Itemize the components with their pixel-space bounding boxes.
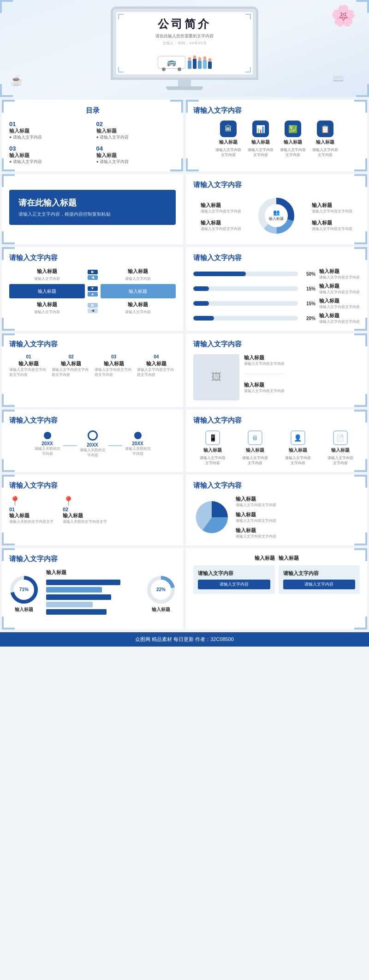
corner-bl-7l	[2, 532, 15, 545]
rings-title: 请输入文字内容	[9, 555, 176, 563]
pie-labels: 输入标题 请输入文字内容文字内容 输入标题 请输入文字内容文字内容 输入标题 请…	[236, 496, 276, 539]
icon4-item-3: 👤 输入标题 请输入文字内容文字内容	[279, 430, 317, 466]
top-labels-row: 输入标题 输入标题	[193, 555, 360, 562]
stacked-4	[46, 602, 139, 607]
corner-tl-toc	[2, 100, 15, 113]
pin-row: 📍 01 输入标题 请输入关联的文字内容文字 📍 02 输入标题 请输入关联的文…	[9, 496, 176, 524]
stacked-3	[46, 594, 139, 600]
progress-bar-bg-1	[193, 272, 298, 276]
icon4-item-2: 🖥 输入标题 请输入文字内容文字内容	[236, 430, 274, 466]
corner-tl-4l	[2, 247, 15, 260]
step-item-3: 输入标题 请输入文字内容	[9, 301, 85, 315]
corner-br	[356, 84, 369, 97]
corner-br-6r	[354, 459, 367, 472]
flower-decoration: 🌸	[331, 4, 356, 28]
card-btn-1[interactable]: 请输入文字内容 请输入文字内容	[193, 565, 275, 594]
step-icon-grid: 输入标题 请输入文字内容 ▶ ◀ 输入标题 请输入文字内容 输入标题	[9, 268, 176, 315]
timeline-1: 01 输入标题 请输入文字内容文字内容文字内容	[9, 354, 48, 377]
corner-tl-5l	[2, 333, 15, 346]
donut-labels-left: 输入标题 请输入文字内容文字内容 输入标题 请输入文字内容文字内容	[201, 202, 241, 231]
text-item-2: 输入标题 请输入文字内容文字内容	[244, 381, 285, 393]
svg-text:22%: 22%	[156, 587, 166, 592]
icon-item-3: 💹 输入标题 请输入文字内容文字内容	[279, 121, 307, 157]
icon-4: 📋	[317, 121, 333, 137]
photo-placeholder: 🖼	[193, 354, 239, 400]
timeline-2: 02 输入标题 请输入文字内容文字内容文字内容	[52, 354, 90, 377]
divider-1	[244, 374, 285, 374]
icon-item-2: 📊 输入标题 请输入文字内容文字内容	[247, 121, 274, 157]
pie-chart	[193, 499, 230, 536]
corner-tl-icon	[186, 100, 199, 113]
icon4-4: 📄	[333, 430, 348, 445]
donut-label-1: 输入标题 请输入文字内容文字内容	[201, 202, 241, 214]
corner-bl-6l	[2, 459, 15, 472]
steps-title: 请输入文字内容	[9, 254, 176, 262]
corner-tr-toc	[170, 100, 183, 113]
year-title: 请输入文字内容	[9, 416, 176, 425]
toc-item-1: 01 输入标题 ● 请输入文字内容	[9, 121, 89, 140]
corner-br-icon	[354, 158, 367, 171]
corner-bl-5l	[2, 394, 15, 407]
card-btn-2[interactable]: 请输入文字内容 请输入文字内容	[279, 565, 360, 594]
progress-bar-2	[193, 286, 209, 291]
watermark-bar: 众图网 精品素材 每日更新 作者：32C08500	[0, 632, 369, 647]
circle-dot-3	[134, 432, 142, 439]
corner-tr-4r	[354, 247, 367, 260]
photo-text-section: 请输入文字内容 🖼 输入标题 请输入文字内容文字内容 输入标题 请输入文字内容文…	[186, 333, 367, 407]
top-label-2: 输入标题	[279, 555, 299, 562]
step-arrows-3: ▶ ◀	[88, 303, 98, 313]
pie-label-2: 输入标题 请输入文字内容文字内容	[236, 511, 276, 523]
stacked-2	[46, 587, 139, 593]
progress-list: 50% 输入标题 请输入文字内容文字内容 15% 输入标题 请输入文字内容文字内…	[193, 268, 360, 324]
monitor-stand	[166, 86, 203, 90]
step-item-1: 输入标题 请输入文字内容	[9, 268, 85, 281]
corner-bl-3l	[2, 231, 15, 244]
pin-icon-1: 📍	[9, 496, 21, 507]
step-box-1: 输入标题	[9, 284, 85, 298]
hero-title: 公司简介	[123, 17, 246, 31]
corner-tr-3r	[354, 174, 367, 187]
top-label-1: 输入标题	[255, 555, 275, 562]
svg-text:👥: 👥	[273, 209, 280, 216]
step-arrows-1: ▶ ◀	[88, 270, 98, 280]
icon-section: 请输入文字内容 🏛 输入标题 请输入文字内容文字内容 📊 输入标题 请输入文字内…	[186, 100, 367, 171]
stacked-bars: 输入标题	[46, 569, 139, 618]
text-list: 输入标题 请输入文字内容文字内容 输入标题 请输入文字内容文字内容	[244, 354, 285, 400]
corner-tl	[0, 0, 13, 13]
cards-section: 输入标题 输入标题 请输入文字内容 请输入文字内容 请输入文字内容 请输入文字内…	[186, 548, 367, 629]
card-btn-2-text[interactable]: 请输入文字内容	[283, 580, 356, 589]
progress-bar-4	[193, 316, 214, 321]
corner-br-8r	[354, 617, 367, 629]
pie-label-3: 输入标题 请输入文字内容文字内容	[236, 527, 276, 539]
toc-grid: 01 输入标题 ● 请输入文字内容 02 输入标题 ● 请输入文字内容 03 输…	[9, 121, 176, 165]
icon4-1: 📱	[205, 430, 220, 445]
year-node-2: 20XX 请输入关联的文字内容	[79, 430, 107, 458]
stacked-5	[46, 609, 139, 615]
pie-title: 请输入文字内容	[193, 481, 360, 490]
donut-label-2: 输入标题 请输入文字内容文字内容	[201, 219, 241, 231]
pin-1: 📍 01 输入标题 请输入关联的文字内容文字	[9, 496, 54, 524]
blue-title-box: 请在此输入标题 请输入正文文字内容，根据内容控制复制粘贴	[9, 190, 176, 225]
toc-section: 目录 01 输入标题 ● 请输入文字内容 02 输入标题 ● 请输入文字内容 0…	[2, 100, 183, 171]
icon-section-title: 请输入文字内容	[193, 106, 360, 115]
progress-row-3: 15% 输入标题 请输入文字内容文字内容	[193, 297, 360, 309]
icon4-section: 请输入文字内容 📱 输入标题 请输入文字内容文字内容 🖥 输入标题 请输入文字内…	[186, 410, 367, 472]
ring-row: 71% 输入标题 输入标题	[9, 569, 176, 618]
monitor-screen: 公司简介 请在此输入您所需要的文字内容 主报人： 时间：XX年XX月 🚌	[116, 12, 253, 74]
corner-tr-8r	[354, 548, 367, 561]
pie-label-1: 输入标题 请输入文字内容文字内容	[236, 496, 276, 508]
rings-section: 请输入文字内容 71% 输入标题 输入标题	[2, 548, 183, 629]
icon-item-1: 🏛 输入标题 请输入文字内容文字内容	[214, 121, 242, 157]
progress-bar-3	[193, 301, 209, 306]
icon-2: 📊	[252, 121, 269, 137]
toc-item-3: 03 输入标题 ● 请输入文字内容	[9, 145, 89, 165]
icon-1: 🏛	[220, 121, 237, 137]
card-btn-1-text[interactable]: 请输入文字内容	[198, 580, 270, 589]
corner-tr-icon	[354, 100, 367, 113]
circle-timeline: 20XX 请输入关联的文字内容 20XX 请输入关联的文字内容 20XX 请输入…	[9, 430, 176, 458]
ring-item-2: 22% 输入标题	[146, 575, 176, 613]
corner-tl-6l	[2, 410, 15, 423]
progress-bar-bg-4	[193, 316, 298, 321]
timeline-line-2	[108, 445, 122, 446]
photo-text-title: 请输入文字内容	[193, 340, 360, 349]
